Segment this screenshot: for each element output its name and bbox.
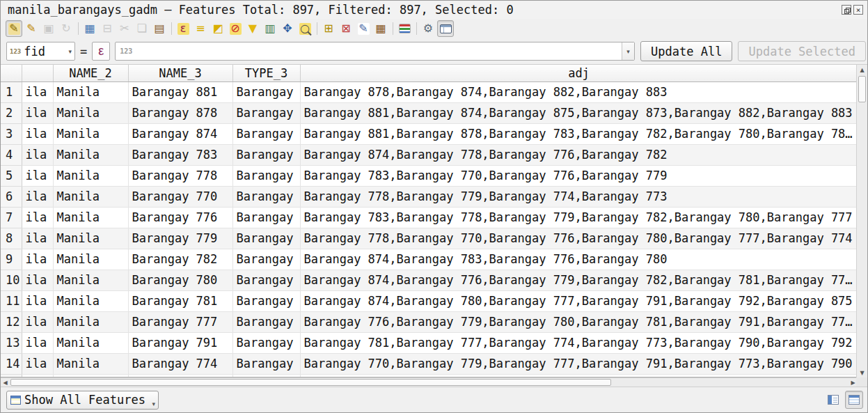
cell-name2[interactable]: Manila	[53, 144, 128, 165]
cell-adj[interactable]: Barangay 881,Barangay 878,Barangay 783,B…	[300, 123, 858, 144]
toggle-multi-edit-button[interactable]: ✎	[23, 20, 40, 37]
cell-name3[interactable]: Barangay 774	[128, 353, 232, 374]
cell-type3[interactable]: Barangay	[232, 165, 300, 186]
close-window-icon[interactable]: ×	[853, 5, 863, 15]
cell-adj[interactable]: Barangay 783,Barangay 778,Barangay 779,B…	[300, 207, 858, 228]
cell-type3[interactable]: Barangay	[232, 290, 300, 311]
cell-name3[interactable]: Barangay 776	[128, 207, 232, 228]
cell-name1[interactable]: ila	[22, 207, 53, 228]
cell-type3[interactable]: Barangay	[232, 144, 300, 165]
cell-name1[interactable]: ila	[22, 144, 53, 165]
cell-type3[interactable]: Barangay	[232, 353, 300, 374]
row-number[interactable]: 14	[1, 353, 22, 374]
cell-type3[interactable]: Barangay	[232, 311, 300, 332]
cell-type3[interactable]: Barangay	[232, 270, 300, 290]
row-number[interactable]: 9	[1, 249, 22, 270]
table-view-button[interactable]	[845, 391, 863, 409]
delete-field-button[interactable]: ⊠	[338, 20, 354, 37]
scroll-left-icon[interactable]: ◀	[1, 378, 10, 387]
scroll-down-icon[interactable]: ▼	[857, 368, 867, 377]
move-selection-to-top-button[interactable]: ▥	[262, 20, 278, 37]
cell-type3[interactable]: Barangay	[232, 249, 300, 270]
cell-name1[interactable]: ila	[22, 102, 53, 123]
corner-header[interactable]	[1, 65, 22, 81]
cell-name2[interactable]: Manila	[53, 353, 128, 374]
cell-name2[interactable]: Manila	[53, 228, 128, 249]
toggle-editing-button[interactable]: ✎	[6, 20, 22, 37]
cell-name3[interactable]: Barangay 780	[128, 270, 232, 290]
row-number[interactable]: 7	[1, 207, 22, 228]
cell-name1[interactable]: ila	[22, 290, 53, 311]
cell-adj[interactable]: Barangay 874,Barangay 780,Barangay 777,B…	[300, 290, 858, 311]
cell-type3[interactable]: Barangay	[232, 123, 300, 144]
pan-to-selected-button[interactable]: ✥	[279, 20, 296, 37]
cell-name3[interactable]: Barangay 783	[128, 144, 232, 165]
row-number[interactable]: 3	[1, 123, 22, 144]
cell-adj[interactable]: Barangay 874,Barangay 776,Barangay 779,B…	[300, 270, 858, 290]
cell-name2[interactable]: Manila	[53, 207, 128, 228]
row-number[interactable]: 6	[1, 186, 22, 207]
actions-button[interactable]: ⚙	[420, 20, 436, 37]
cell-name2[interactable]: Manila	[53, 249, 128, 270]
cell-name3[interactable]: Barangay 881	[128, 81, 232, 102]
select-by-expression-button[interactable]: ε	[175, 20, 191, 37]
cell-name1[interactable]: ila	[22, 311, 53, 332]
cell-name1[interactable]: ila	[22, 165, 53, 186]
cell-name3[interactable]: Barangay 874	[128, 123, 232, 144]
zoom-to-selected-button[interactable]: ○	[297, 20, 313, 37]
cell-adj[interactable]: Barangay 781,Barangay 777,Barangay 774,B…	[300, 332, 858, 353]
field-combobox[interactable]: 123 fid ▾	[6, 42, 75, 61]
restore-window-icon[interactable]	[842, 5, 851, 15]
add-feature-button[interactable]: ▦	[81, 20, 98, 37]
cell-type3[interactable]: Barangay	[232, 332, 300, 353]
dock-attribute-table-button[interactable]	[437, 20, 454, 37]
field-calculator-button[interactable]: ▦	[372, 20, 389, 37]
horizontal-scrollbar-thumb[interactable]	[10, 379, 611, 386]
cell-name3[interactable]: Barangay 770	[128, 186, 232, 207]
expression-input[interactable]: 123 ▾	[115, 42, 635, 61]
cell-name3[interactable]: Barangay 779	[128, 228, 232, 249]
cell-type3[interactable]: Barangay	[232, 81, 300, 102]
cell-name2[interactable]: Manila	[53, 270, 128, 290]
cell-name3[interactable]: Barangay 778	[128, 165, 232, 186]
cell-name1[interactable]: ila	[22, 186, 53, 207]
cell-name2[interactable]: Manila	[53, 311, 128, 332]
column-header-adj[interactable]: adj	[300, 65, 858, 81]
deselect-all-button[interactable]: ⊘	[227, 20, 244, 37]
cell-name1[interactable]: ila	[22, 332, 53, 353]
cell-type3[interactable]: Barangay	[232, 186, 300, 207]
cell-name1[interactable]: ila	[22, 270, 53, 290]
cell-name3[interactable]: Barangay 791	[128, 332, 232, 353]
cell-name1[interactable]: ila	[22, 353, 53, 374]
row-number[interactable]: 5	[1, 165, 22, 186]
cell-name3[interactable]: Barangay 878	[128, 102, 232, 123]
cell-adj[interactable]: Barangay 770,Barangay 779,Barangay 777,B…	[300, 353, 858, 374]
cell-type3[interactable]: Barangay	[232, 102, 300, 123]
cell-name1[interactable]: ila	[22, 249, 53, 270]
row-number[interactable]: 2	[1, 102, 22, 123]
row-number[interactable]: 1	[1, 81, 22, 102]
vertical-scrollbar-thumb[interactable]	[858, 76, 866, 102]
cell-name1[interactable]: ila	[22, 123, 53, 144]
cell-name2[interactable]: Manila	[53, 290, 128, 311]
cell-adj[interactable]: Barangay 776,Barangay 779,Barangay 780,B…	[300, 311, 858, 332]
conditional-formatting-button[interactable]	[396, 20, 413, 37]
cell-adj[interactable]: Barangay 881,Barangay 874,Barangay 875,B…	[300, 102, 858, 123]
column-header-name2[interactable]: NAME_2	[53, 65, 128, 81]
horizontal-scrollbar[interactable]: ◀ ▶	[1, 377, 858, 387]
vertical-scrollbar[interactable]: ▲ ▼	[856, 65, 867, 377]
cell-name2[interactable]: Manila	[53, 123, 128, 144]
update-all-button[interactable]: Update All	[640, 41, 732, 61]
row-number[interactable]: 4	[1, 144, 22, 165]
row-number[interactable]: 8	[1, 228, 22, 249]
cell-name2[interactable]: Manila	[53, 165, 128, 186]
cell-adj[interactable]: Barangay 874,Barangay 783,Barangay 776,B…	[300, 249, 858, 270]
cell-adj[interactable]: Barangay 783,Barangay 770,Barangay 776,B…	[300, 165, 858, 186]
cell-name1[interactable]: ila	[22, 228, 53, 249]
row-number[interactable]: 12	[1, 311, 22, 332]
cell-adj[interactable]: Barangay 778,Barangay 770,Barangay 776,B…	[300, 228, 858, 249]
form-view-button[interactable]	[824, 391, 842, 409]
cell-type3[interactable]: Barangay	[232, 228, 300, 249]
expression-history-dropdown[interactable]: ▾	[622, 42, 634, 60]
cell-type3[interactable]: Barangay	[232, 207, 300, 228]
